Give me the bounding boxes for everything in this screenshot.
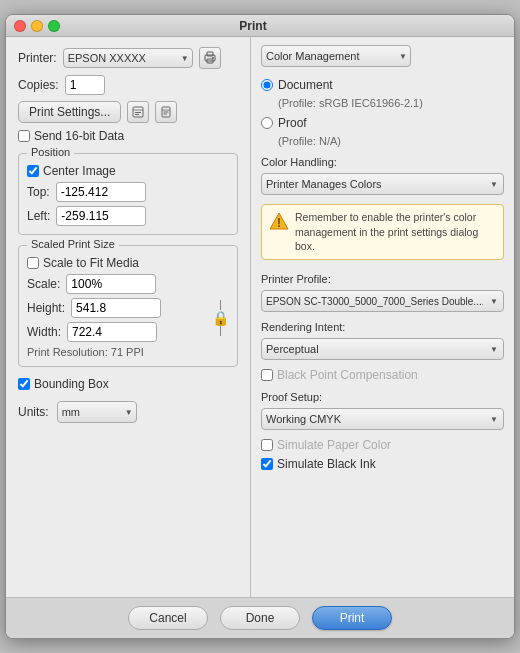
proof-setup-select-wrap[interactable]: Working CMYK [261,408,504,430]
copies-input[interactable] [65,75,105,95]
send-16bit-checkbox[interactable] [18,130,30,142]
top-row: Top: [27,182,229,202]
proof-profile: (Profile: N/A) [278,135,504,147]
units-row: Units: mm in px cm [18,401,238,423]
scale-input[interactable] [66,274,156,294]
black-point-checkbox[interactable] [261,369,273,381]
width-input[interactable] [67,322,157,342]
rendering-intent-select[interactable]: Perceptual [261,338,504,360]
send-16bit-row: Send 16-bit Data [18,129,238,143]
color-management-header: Color Management [261,45,504,67]
document-radio[interactable] [261,79,273,91]
position-title: Position [27,146,74,158]
warning-icon: ! [269,211,289,231]
bounding-box-label: Bounding Box [34,377,109,391]
document-profile: (Profile: sRGB IEC61966-2.1) [278,97,504,109]
left-input[interactable] [56,206,146,226]
top-label: Top: [27,185,50,199]
bounding-box-checkbox[interactable] [18,378,30,390]
proof-setup-label: Proof Setup: [261,391,504,403]
footer: Cancel Done Print [6,597,514,638]
window-title: Print [5,19,506,33]
color-management-select[interactable]: Color Management [261,45,411,67]
simulate-paper-row: Simulate Paper Color [261,438,504,452]
rendering-intent-label: Rendering Intent: [261,321,504,333]
lock-icon: 🔒 [212,300,229,336]
proof-label: Proof [278,116,307,130]
svg-rect-6 [135,112,141,113]
simulate-paper-checkbox[interactable] [261,439,273,451]
bounding-box-row: Bounding Box [18,377,238,391]
svg-point-3 [212,57,214,59]
right-panel: Color Management Document (Profile: sRGB… [251,37,514,597]
print-resolution: Print Resolution: 71 PPI [27,346,229,358]
document-radio-row: Document [261,78,504,92]
height-input[interactable] [71,298,161,318]
left-panel: Printer: EPSON XXXXX Copie [6,37,251,597]
rendering-intent-select-wrap[interactable]: Perceptual [261,338,504,360]
proof-radio[interactable] [261,117,273,129]
color-handling-label: Color Handling: [261,156,504,168]
color-handling-select[interactable]: Printer Manages Colors [261,173,504,195]
printer-row: Printer: EPSON XXXXX [18,47,238,69]
printer-profile-select[interactable]: EPSON SC-T3000_5000_7000_Series Double..… [261,290,504,312]
main-content: Printer: EPSON XXXXX Copie [6,37,514,597]
proof-setup-select[interactable]: Working CMYK [261,408,504,430]
scaled-print-title: Scaled Print Size [27,238,119,250]
printer-settings-icon[interactable] [199,47,221,69]
copies-row: Copies: [18,75,238,95]
scale-fit-label: Scale to Fit Media [43,256,139,270]
left-field-label: Left: [27,209,50,223]
black-point-label: Black Point Compensation [277,368,418,382]
icon-btn-2[interactable] [155,101,177,123]
done-button[interactable]: Done [220,606,300,630]
units-select-wrap[interactable]: mm in px cm [57,401,137,423]
svg-rect-11 [164,114,168,115]
width-row: Width: [27,322,206,342]
document-label: Document [278,78,333,92]
send-16bit-label: Send 16-bit Data [34,129,124,143]
printer-select[interactable]: EPSON XXXXX [63,48,193,68]
scale-label: Scale: [27,277,60,291]
simulate-black-row: Simulate Black Ink [261,457,504,471]
cancel-button[interactable]: Cancel [128,606,208,630]
proof-radio-row: Proof [261,116,504,130]
simulate-paper-label: Simulate Paper Color [277,438,391,452]
simulate-black-checkbox[interactable] [261,458,273,470]
center-image-row: Center Image [27,164,229,178]
center-image-checkbox[interactable] [27,165,39,177]
printer-profile-select-wrap[interactable]: EPSON SC-T3000_5000_7000_Series Double..… [261,290,504,312]
scale-row: Scale: [27,274,229,294]
position-section: Position Center Image Top: Left: [18,153,238,235]
scale-fit-checkbox[interactable] [27,257,39,269]
left-row: Left: [27,206,229,226]
units-label: Units: [18,405,49,419]
printer-profile-label: Printer Profile: [261,273,504,285]
scale-fit-row: Scale to Fit Media [27,256,229,270]
warning-box: ! Remember to enable the printer's color… [261,204,504,260]
scaled-print-section: Scaled Print Size Scale to Fit Media Sca… [18,245,238,367]
print-dialog: Print Printer: EPSON XXXXX [5,14,515,639]
height-label: Height: [27,301,65,315]
print-button[interactable]: Print [312,606,392,630]
printer-select-wrap[interactable]: EPSON XXXXX [63,48,193,68]
print-settings-button[interactable]: Print Settings... [18,101,121,123]
top-input[interactable] [56,182,146,202]
copies-label: Copies: [18,78,59,92]
print-settings-row: Print Settings... [18,101,238,123]
printer-label: Printer: [18,51,57,65]
icon-btn-1[interactable] [127,101,149,123]
svg-text:!: ! [277,216,281,230]
titlebar: Print [6,15,514,37]
warning-text: Remember to enable the printer's color m… [295,210,496,254]
height-row: Height: [27,298,206,318]
black-point-row: Black Point Compensation [261,368,504,382]
width-label: Width: [27,325,61,339]
simulate-black-label: Simulate Black Ink [277,457,376,471]
units-select[interactable]: mm in px cm [57,401,137,423]
color-management-select-wrap[interactable]: Color Management [261,45,411,67]
color-handling-select-wrap[interactable]: Printer Manages Colors [261,173,504,195]
center-image-label: Center Image [43,164,116,178]
svg-rect-10 [164,112,169,113]
svg-rect-7 [135,114,139,115]
